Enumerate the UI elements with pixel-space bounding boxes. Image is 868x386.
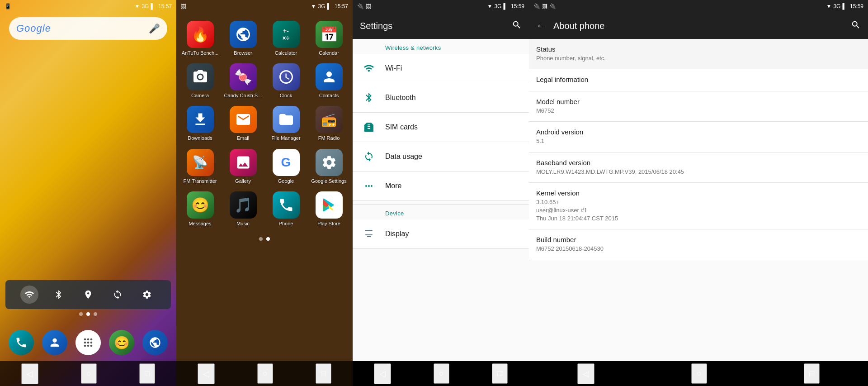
app-email[interactable]: Email	[222, 102, 264, 145]
dock-apps-icon[interactable]	[75, 330, 101, 355]
app-clock[interactable]: Clock	[264, 60, 307, 102]
app-phone[interactable]: Phone	[264, 188, 307, 230]
drawer-back-button[interactable]: ◁	[198, 363, 215, 384]
settings-back-button[interactable]: ◁	[374, 363, 391, 384]
wifi-setting[interactable]: Wi-Fi	[353, 54, 529, 83]
recents-button[interactable]: □	[139, 363, 155, 384]
about-usb2-icon: 🔌	[549, 3, 556, 10]
about-content: Status Phone number, signal, etc. Legal …	[529, 39, 868, 361]
about-search-icon[interactable]	[851, 20, 861, 32]
more-title: More	[385, 182, 522, 190]
app-downloads[interactable]: Downloads	[179, 102, 222, 145]
dock-messages-icon[interactable]: 😊	[109, 330, 134, 355]
settings-time: 15:59	[511, 3, 524, 10]
kernel-item[interactable]: Kernel version 3.10.65+ user@linux-user …	[529, 183, 868, 230]
drawer-recents-button[interactable]: □	[316, 363, 331, 384]
app-contacts[interactable]: Contacts	[307, 60, 350, 102]
app-fmtransmitter[interactable]: 📡 FM Transmitter	[179, 145, 222, 188]
settings-nav-bar: ◁ ○ □	[353, 361, 529, 386]
more-setting[interactable]: More	[353, 172, 529, 201]
about-back-nav-button[interactable]: ◁	[577, 363, 594, 384]
quick-settings-bar	[5, 280, 171, 309]
app-filemanager[interactable]: File Manager	[264, 102, 307, 145]
dock-contacts-icon[interactable]	[42, 330, 67, 355]
qs-sync-button[interactable]	[108, 286, 127, 304]
app-candy[interactable]: 🍬 Candy Crush S...	[222, 60, 264, 102]
settings-notif-icon: 🖼	[366, 3, 371, 10]
app-playstore[interactable]: Play Store	[307, 188, 350, 230]
settings-recents-button[interactable]: □	[492, 363, 508, 384]
home-status-bar: 📱 ▼ 3G ▌ 15:57	[0, 0, 176, 13]
bluetooth-setting[interactable]: Bluetooth	[353, 83, 529, 113]
calculator-icon: +-×÷	[273, 21, 300, 48]
app-calculator[interactable]: +-×÷ Calculator	[264, 17, 307, 60]
qs-location-button[interactable]	[79, 286, 97, 304]
legal-title: Legal information	[536, 76, 861, 83]
home-button[interactable]: ○	[81, 363, 97, 384]
app-messages[interactable]: 😊 Messages	[179, 188, 222, 230]
data-setting-text: Data usage	[385, 152, 522, 161]
status-item[interactable]: Status Phone number, signal, etc.	[529, 39, 868, 69]
qs-wifi-button[interactable]	[20, 286, 38, 304]
dot-1	[79, 312, 83, 316]
svg-point-2	[90, 338, 93, 341]
settings-title: Settings	[360, 21, 392, 31]
drawer-time: 15:57	[335, 3, 348, 10]
clock-icon	[273, 63, 300, 91]
settings-screen: 🔌 🖼 ▼ 3G ▌ 15:59 Settings Wireless & net…	[353, 0, 529, 386]
app-gallery[interactable]: Gallery	[222, 145, 264, 188]
about-status-bar: 🔌 🖼 🔌 ▼ 3G ▌ 15:59	[529, 0, 868, 13]
app-fmradio[interactable]: 📻 FM Radio	[307, 102, 350, 145]
sim-setting[interactable]: SIM cards	[353, 113, 529, 142]
android-item[interactable]: Android version 5.1	[529, 122, 868, 152]
display-setting[interactable]: Display	[353, 219, 529, 249]
google-label: Google	[278, 178, 294, 184]
time-display: 15:57	[158, 3, 172, 10]
page-dots	[0, 312, 176, 316]
settings-home-button[interactable]: ○	[434, 363, 449, 384]
camera-icon	[187, 63, 214, 91]
dock-phone-icon[interactable]	[9, 330, 34, 355]
svg-point-3	[84, 342, 86, 344]
qs-bluetooth-button[interactable]	[50, 286, 68, 304]
google-icon: G	[273, 149, 300, 176]
about-phone-screen: 🔌 🖼 🔌 ▼ 3G ▌ 15:59 ← About phone Status …	[529, 0, 868, 386]
playstore-label: Play Store	[317, 221, 340, 227]
drawer-dot-1	[259, 237, 263, 241]
app-browser[interactable]: Browser	[222, 17, 264, 60]
qs-settings-button[interactable]	[138, 286, 156, 304]
model-item[interactable]: Model number M6752	[529, 91, 868, 122]
drawer-status-bar: 🖼 ▼ 3G ▌ 15:57	[176, 0, 353, 13]
app-antutu[interactable]: 🔥 AnTuTu Bench...	[179, 17, 222, 60]
baseband-item[interactable]: Baseband version MOLY.LR9.W1423.MD.LWTG.…	[529, 152, 868, 183]
legal-item[interactable]: Legal information	[529, 69, 868, 91]
google-search-bar[interactable]: Google 🎤	[9, 17, 167, 40]
dock-internet-icon[interactable]	[142, 330, 168, 355]
bluetooth-setting-icon	[360, 89, 378, 107]
build-item[interactable]: Build number M6752 20150618-204530	[529, 229, 868, 260]
status-value: Phone number, signal, etc.	[536, 54, 861, 62]
filemanager-icon	[273, 106, 300, 133]
app-music[interactable]: 🎵 Music	[222, 188, 264, 230]
signal-icon: ▼	[135, 3, 140, 10]
settings-search-icon[interactable]	[512, 20, 522, 32]
voice-search-icon[interactable]: 🎤	[149, 23, 160, 34]
drawer-home-button[interactable]: ○	[257, 363, 273, 384]
data-setting[interactable]: Data usage	[353, 142, 529, 172]
browser-icon	[230, 21, 257, 48]
about-home-button[interactable]: ○	[691, 363, 707, 384]
more-setting-icon	[360, 177, 378, 195]
settings-signal: ▼	[487, 3, 493, 10]
about-recents-button[interactable]: □	[804, 363, 820, 384]
app-calendar[interactable]: 📅 Calendar	[307, 17, 350, 60]
fmtransmitter-label: FM Transmitter	[184, 178, 217, 184]
app-google[interactable]: G Google	[264, 145, 307, 188]
about-back-button[interactable]: ←	[536, 20, 546, 32]
app-googlesettings[interactable]: Google Settings	[307, 145, 350, 188]
build-value: M6752 20150618-204530	[536, 245, 861, 253]
clock-label: Clock	[280, 93, 292, 99]
calculator-label: Calculator	[275, 50, 297, 56]
back-button[interactable]: ◁	[21, 363, 38, 384]
app-camera[interactable]: Camera	[179, 60, 222, 102]
about-nav-bar: ◁ ○ □	[529, 361, 868, 386]
